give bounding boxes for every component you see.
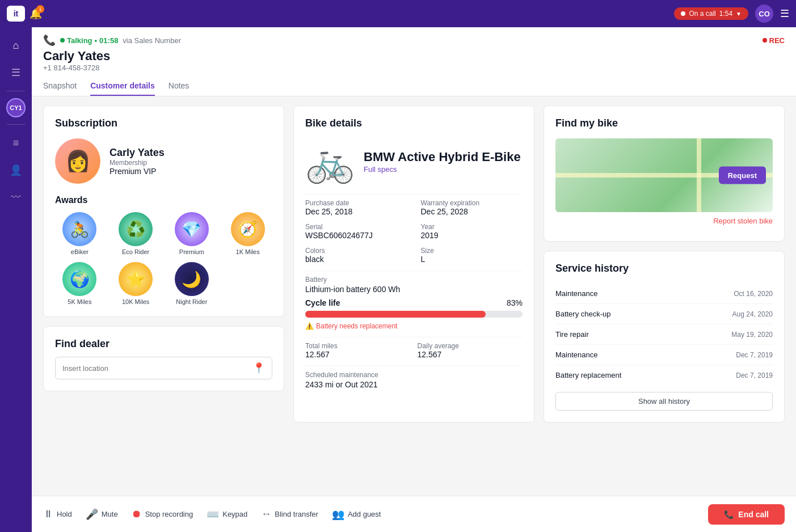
bike-details-card: Bike details 🚲 BMW Active Hybrid E-Bike … (293, 105, 534, 423)
end-call-button[interactable]: 📞 End call (708, 504, 785, 525)
sidebar-item-home[interactable]: ⌂ (5, 34, 27, 57)
mute-button[interactable]: 🎤 Mute (86, 508, 118, 521)
report-stolen-link[interactable]: Report stolen bike (555, 212, 773, 230)
sidebar-item-contacts[interactable]: 👤 (5, 159, 27, 181)
award-ebiker-label: eBiker (71, 248, 89, 255)
award-1k-icon: 🧭 (231, 212, 265, 246)
top-nav-left: it 🔔 1 (7, 6, 42, 22)
warranty-field: Warranty expiration Dec 25, 2028 (421, 199, 523, 216)
dealer-location-input[interactable] (56, 360, 246, 377)
bike-full-specs-link[interactable]: Full specs (364, 165, 521, 174)
find-my-bike-card: Find my bike Request Report stolen bike (544, 105, 785, 242)
award-ecorider-label: Eco Rider (122, 248, 149, 255)
award-10k-icon: ⭐ (119, 262, 153, 296)
via-text: via Sales Number (123, 36, 181, 45)
blind-transfer-label: Blind transfer (275, 510, 318, 518)
hold-button[interactable]: ⏸ Hold (43, 508, 72, 520)
service-row-0: Maintenance Oct 16, 2020 (555, 284, 773, 304)
award-5k-label: 5K Miles (68, 298, 91, 305)
bike-name: BMW Active Hybrid E-Bike (364, 150, 521, 164)
tab-customer-details[interactable]: Customer details (90, 77, 155, 96)
service-row-2: Tire repair May 19, 2020 (555, 324, 773, 345)
tab-notes[interactable]: Notes (169, 77, 189, 96)
sidebar-avatar-cy[interactable]: CY 1 (6, 98, 26, 117)
battery-warning: ⚠️ Battery needs replacement (305, 322, 523, 330)
colors-field: Colors black (305, 247, 407, 264)
sidebar-item-nav[interactable]: ☰ (5, 61, 27, 84)
top-nav-menu-icon[interactable]: ☰ (780, 7, 789, 20)
tabs-row: Snapshot Customer details Notes (43, 77, 785, 96)
user-avatar[interactable]: CO (755, 5, 773, 23)
on-call-dot (681, 11, 685, 16)
award-premium-icon: 💎 (175, 212, 209, 246)
award-ebiker: 🚴 eBiker (55, 212, 104, 255)
stop-recording-button[interactable]: ⏺ Stop recording (132, 508, 193, 520)
find-dealer-card: Find dealer 📍 (43, 326, 284, 391)
top-nav: it 🔔 1 On a call 1:54 ▼ CO ☰ (0, 0, 796, 27)
sub-customer-name: Carly Yates (109, 147, 165, 159)
find-bike-title: Find my bike (555, 117, 773, 129)
award-10k: ⭐ 10K Miles (111, 262, 161, 305)
size-field: Size L (421, 247, 523, 264)
bike-image-area: 🚲 BMW Active Hybrid E-Bike Full specs (305, 138, 523, 185)
award-ecorider: ♻️ Eco Rider (111, 212, 161, 255)
call-header: 📞 Talking • 01:58 via Sales Number REC C… (32, 27, 796, 96)
award-premium-label: Premium (179, 248, 204, 255)
sidebar-divider (7, 91, 25, 91)
content-area: 📞 Talking • 01:58 via Sales Number REC C… (32, 27, 796, 532)
rec-label: REC (769, 36, 785, 45)
show-all-history-button[interactable]: Show all history (555, 392, 773, 411)
sidebar-item-tasks[interactable]: ≡ (5, 132, 27, 154)
talking-badge: Talking • 01:58 (60, 36, 118, 45)
award-ebiker-icon: 🚴 (62, 212, 96, 246)
notification-bell[interactable]: 🔔 1 (30, 7, 42, 20)
total-miles-field: Total miles 12.567 (305, 342, 411, 359)
right-column: Find my bike Request Report stolen bike … (544, 105, 785, 423)
battery-section: Battery Lithium-ion battery 600 Wh (305, 276, 523, 294)
map-road-v (697, 138, 701, 212)
hold-icon: ⏸ (43, 508, 53, 520)
bike-divider-4 (305, 366, 523, 366)
caller-phone: +1 814-458-3728 (43, 64, 785, 72)
award-ecorider-icon: ♻️ (119, 212, 153, 246)
membership-label: Membership (109, 159, 165, 167)
blind-transfer-button[interactable]: ↔️ Blind transfer (261, 508, 318, 520)
progress-bar-fill (305, 311, 486, 318)
call-status-left: 📞 Talking • 01:58 via Sales Number (43, 34, 181, 47)
hold-label: Hold (57, 510, 72, 518)
keypad-button[interactable]: ⌨️ Keypad (207, 508, 247, 521)
app-logo: it (7, 6, 25, 22)
map-request-button[interactable]: Request (719, 167, 766, 184)
service-row-1: Battery check-up Aug 24, 2020 (555, 304, 773, 324)
caller-name: Carly Yates (43, 49, 785, 64)
location-pin-icon[interactable]: 📍 (246, 357, 272, 379)
year-field: Year 2019 (421, 223, 523, 240)
daily-avg-field: Daily average 12.567 (418, 342, 523, 359)
on-call-label: On a call (689, 10, 715, 18)
call-timer: 01:58 (99, 36, 118, 45)
award-5k-icon: 🌍 (62, 262, 96, 296)
rec-dot (763, 38, 767, 43)
find-dealer-title: Find dealer (55, 338, 272, 350)
tab-snapshot[interactable]: Snapshot (43, 77, 77, 96)
on-call-badge[interactable]: On a call 1:54 ▼ (674, 7, 748, 20)
end-call-phone-icon: 📞 (724, 510, 734, 519)
customer-avatar: 👩 (55, 138, 100, 184)
cycle-life-pct: 83% (507, 298, 523, 307)
mute-icon: 🎤 (86, 508, 98, 521)
cycle-life-row: Cycle life 83% (305, 298, 523, 307)
sub-info: Carly Yates Membership Premium VIP (109, 147, 165, 176)
mute-label: Mute (102, 510, 118, 518)
bike-divider-2 (305, 271, 523, 271)
membership-value: Premium VIP (109, 167, 165, 176)
add-guest-button[interactable]: 👥 Add guest (332, 508, 381, 521)
award-1k-label: 1K Miles (236, 248, 260, 255)
purchase-date-field: Purchase date Dec 25, 2018 (305, 199, 407, 216)
on-call-caret: ▼ (736, 11, 742, 17)
talking-label: Talking (67, 36, 92, 45)
sidebar-item-analytics[interactable]: 〰 (5, 186, 27, 209)
subscription-title: Subscription (55, 117, 272, 129)
awards-title: Awards (55, 195, 272, 205)
end-call-label: End call (738, 510, 769, 519)
service-history-card: Service history Maintenance Oct 16, 2020… (544, 251, 785, 423)
